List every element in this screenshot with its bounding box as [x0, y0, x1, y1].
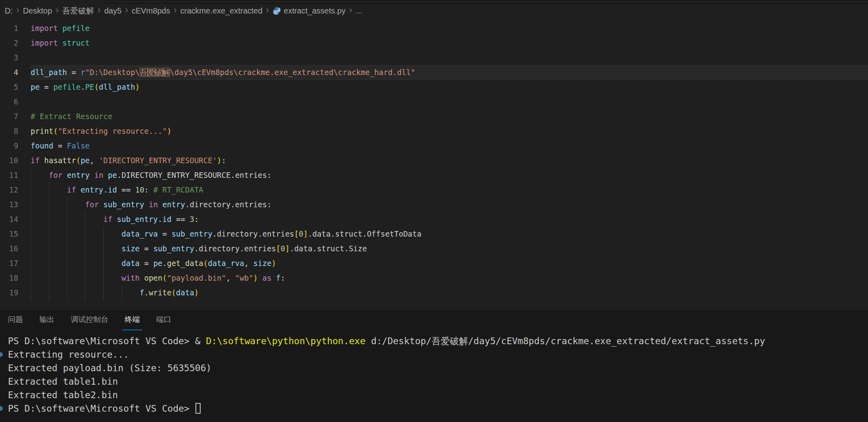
- code-token: data: [294, 244, 313, 253]
- code-line[interactable]: 17data = pe.get_data(data_rva, size): [0, 256, 868, 271]
- line-number[interactable]: 13: [0, 197, 18, 212]
- terminal-line[interactable]: PS D:\software\Microsoft VS Code> & D:\s…: [8, 334, 868, 348]
- code-token: False: [67, 141, 90, 150]
- panel-tab-terminal[interactable]: 终端: [122, 310, 142, 330]
- command-decoration-icon[interactable]: [0, 406, 3, 411]
- line-number[interactable]: 10: [0, 153, 18, 168]
- code-tokens: f.write(data): [140, 285, 199, 300]
- breadcrumb-item-Desktop[interactable]: Desktop: [23, 6, 52, 15]
- code-token: f: [276, 274, 280, 282]
- line-number[interactable]: 12: [0, 183, 18, 197]
- line-number[interactable]: 18: [0, 271, 18, 285]
- code-token: .: [258, 229, 262, 238]
- indent-guide: [67, 271, 85, 285]
- code-token: ,: [226, 274, 230, 282]
- code-line-content: # Extract Resource: [31, 109, 868, 124]
- code-token: pe: [153, 259, 162, 268]
- active-editor-tab-remnant[interactable]: [0, 0, 104, 4]
- panel-tab-ports[interactable]: 端口: [154, 310, 174, 330]
- breadcrumb-item-symbols[interactable]: ...: [356, 6, 363, 15]
- terminal-output[interactable]: PS D:\software\Microsoft VS Code> & D:\s…: [0, 330, 868, 422]
- code-line-content: pe = pefile.PE(dll_path): [31, 80, 868, 94]
- code-line[interactable]: 13for sub_entry in entry.directory.entri…: [0, 197, 868, 212]
- code-token: [167, 229, 171, 238]
- line-number[interactable]: 4: [0, 65, 18, 80]
- breadcrumb-item-x[interactable]: 吾爱破解: [62, 6, 94, 16]
- code-token: :: [267, 171, 271, 179]
- terminal-line[interactable]: Extracted payload.bin (Size: 5635506): [8, 361, 868, 375]
- breadcrumb-item-Dx[interactable]: D:: [5, 6, 13, 15]
- indent-guide: [103, 227, 122, 241]
- code-token: pefile: [62, 24, 90, 33]
- breadcrumb-item-cEVm8pds[interactable]: cEVm8pds: [131, 6, 170, 15]
- code-line[interactable]: 10if hasattr(pe, 'DIRECTORY_ENTRY_RESOUR…: [0, 153, 868, 168]
- code-line[interactable]: 3: [0, 50, 868, 65]
- code-line[interactable]: 16size = sub_entry.directory.entries[0].…: [0, 241, 868, 256]
- code-token: .: [185, 200, 189, 209]
- code-tokens: # Extract Resource: [31, 109, 112, 124]
- terminal-line[interactable]: PS D:\software\Microsoft VS Code>: [8, 402, 868, 415]
- code-token: sub_entry: [153, 244, 194, 253]
- code-line[interactable]: 14if sub_entry.id == 3:: [0, 212, 868, 227]
- code-line[interactable]: 11for entry in pe.DIRECTORY_ENTRY_RESOUR…: [0, 168, 868, 183]
- code-line-content: with open("payload.bin", "wb") as f:: [31, 271, 868, 285]
- line-number[interactable]: 8: [0, 124, 18, 139]
- breadcrumb-item-extract_assets.py[interactable]: extract_assets.py: [273, 6, 346, 15]
- line-number[interactable]: 15: [0, 227, 18, 241]
- line-number[interactable]: 11: [0, 168, 18, 183]
- editor-tab-strip: [0, 0, 868, 4]
- line-number[interactable]: 5: [0, 80, 18, 94]
- indent-guide: [85, 285, 103, 300]
- code-token: .: [312, 244, 317, 253]
- command-decoration-icon[interactable]: [0, 352, 3, 357]
- line-number[interactable]: 3: [0, 50, 18, 65]
- line-number[interactable]: 1: [0, 21, 18, 36]
- terminal-line[interactable]: Extracting resource...: [8, 348, 868, 361]
- terminal-text: Extracted payload.bin (Size: 5635506): [8, 363, 211, 373]
- code-token: with: [122, 274, 140, 282]
- code-line-content: found = False: [31, 139, 868, 153]
- line-number[interactable]: 16: [0, 241, 18, 256]
- code-line[interactable]: 8print("Extracting resource..."): [0, 124, 868, 139]
- indent-guide: [85, 227, 103, 241]
- code-editor[interactable]: 1import pefile2import struct34dll_path =…: [0, 18, 868, 309]
- indent-guide: [31, 256, 49, 271]
- line-number[interactable]: 14: [0, 212, 18, 227]
- code-line[interactable]: 18with open("payload.bin", "wb") as f:: [0, 271, 868, 285]
- code-tokens: if hasattr(pe, 'DIRECTORY_ENTRY_RESOURCE…: [31, 153, 226, 168]
- terminal-line[interactable]: Extracted table1.bin: [8, 375, 868, 388]
- line-number[interactable]: 19: [0, 285, 18, 300]
- code-line[interactable]: 19f.write(data): [0, 285, 868, 300]
- code-line[interactable]: 9found = False: [0, 139, 868, 153]
- code-line[interactable]: 2import struct: [0, 36, 868, 50]
- code-token: # RT_RCDATA: [153, 185, 203, 194]
- panel-tab-debug-console[interactable]: 调试控制台: [68, 310, 111, 330]
- panel-tab-problems[interactable]: 问题: [6, 310, 25, 330]
- code-token: =: [144, 244, 149, 253]
- indent-guide: [31, 183, 49, 197]
- line-number[interactable]: 7: [0, 109, 18, 124]
- breadcrumb-separator-icon: ›: [349, 6, 352, 15]
- line-number[interactable]: 17: [0, 256, 18, 271]
- code-tokens: print("Extracting resource..."): [31, 124, 172, 139]
- line-number[interactable]: 6: [0, 94, 18, 109]
- code-token: directory: [199, 244, 240, 253]
- code-tokens: if entry.id == 10: # RT_RCDATA: [67, 183, 203, 197]
- code-line[interactable]: 1import pefile: [0, 21, 868, 36]
- code-line[interactable]: 7# Extract Resource: [0, 109, 868, 124]
- breadcrumb-separator-icon: ›: [56, 6, 59, 15]
- breadcrumb-item-day5[interactable]: day5: [104, 6, 121, 15]
- terminal-line[interactable]: Extracted table2.bin: [8, 388, 868, 402]
- code-line[interactable]: 15data_rva = sub_entry.directory.entries…: [0, 227, 868, 241]
- code-line[interactable]: 6: [0, 94, 868, 109]
- panel-tab-output[interactable]: 输出: [37, 310, 57, 330]
- line-number[interactable]: 9: [0, 139, 18, 153]
- code-line[interactable]: 4dll_path = r"D:\Desktop\吾爱破解\day5\cEVm8…: [0, 65, 868, 80]
- code-token: size: [253, 259, 272, 268]
- code-token: 0: [280, 244, 285, 253]
- code-line[interactable]: 5pe = pefile.PE(dll_path): [0, 80, 868, 94]
- breadcrumb-item-crackme.exe_extracted[interactable]: crackme.exe_extracted: [180, 6, 263, 15]
- line-number[interactable]: 2: [0, 36, 18, 50]
- indent-guide: [67, 197, 85, 212]
- code-line[interactable]: 12if entry.id == 10: # RT_RCDATA: [0, 183, 868, 197]
